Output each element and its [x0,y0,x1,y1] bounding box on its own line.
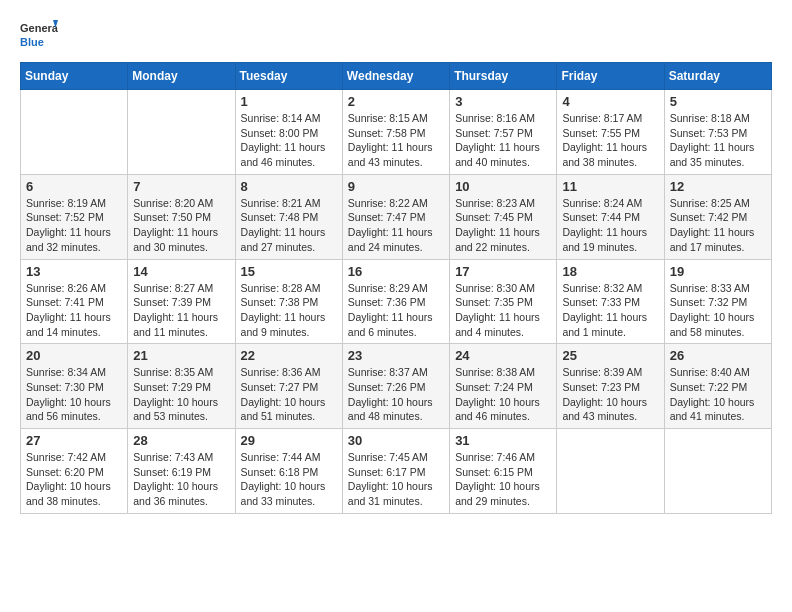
day-header-saturday: Saturday [664,63,771,90]
day-number: 26 [670,348,766,363]
day-number: 23 [348,348,444,363]
day-number: 22 [241,348,337,363]
day-info: Sunrise: 8:18 AM Sunset: 7:53 PM Dayligh… [670,111,766,170]
calendar-cell: 10Sunrise: 8:23 AM Sunset: 7:45 PM Dayli… [450,174,557,259]
calendar-week-4: 20Sunrise: 8:34 AM Sunset: 7:30 PM Dayli… [21,344,772,429]
calendar-week-3: 13Sunrise: 8:26 AM Sunset: 7:41 PM Dayli… [21,259,772,344]
day-number: 11 [562,179,658,194]
calendar-cell [664,429,771,514]
day-number: 17 [455,264,551,279]
day-number: 21 [133,348,229,363]
calendar-cell: 22Sunrise: 8:36 AM Sunset: 7:27 PM Dayli… [235,344,342,429]
calendar-cell: 7Sunrise: 8:20 AM Sunset: 7:50 PM Daylig… [128,174,235,259]
day-header-wednesday: Wednesday [342,63,449,90]
svg-text:Blue: Blue [20,36,44,48]
day-info: Sunrise: 8:25 AM Sunset: 7:42 PM Dayligh… [670,196,766,255]
calendar-cell: 27Sunrise: 7:42 AM Sunset: 6:20 PM Dayli… [21,429,128,514]
svg-text:General: General [20,22,58,34]
day-info: Sunrise: 8:32 AM Sunset: 7:33 PM Dayligh… [562,281,658,340]
logo-icon: General Blue [20,16,58,54]
calendar-cell: 26Sunrise: 8:40 AM Sunset: 7:22 PM Dayli… [664,344,771,429]
calendar-cell: 14Sunrise: 8:27 AM Sunset: 7:39 PM Dayli… [128,259,235,344]
calendar-cell: 20Sunrise: 8:34 AM Sunset: 7:30 PM Dayli… [21,344,128,429]
day-number: 13 [26,264,122,279]
day-info: Sunrise: 8:21 AM Sunset: 7:48 PM Dayligh… [241,196,337,255]
calendar-table: SundayMondayTuesdayWednesdayThursdayFrid… [20,62,772,514]
day-number: 31 [455,433,551,448]
day-info: Sunrise: 7:43 AM Sunset: 6:19 PM Dayligh… [133,450,229,509]
day-info: Sunrise: 8:33 AM Sunset: 7:32 PM Dayligh… [670,281,766,340]
calendar-cell: 17Sunrise: 8:30 AM Sunset: 7:35 PM Dayli… [450,259,557,344]
day-number: 29 [241,433,337,448]
day-info: Sunrise: 8:17 AM Sunset: 7:55 PM Dayligh… [562,111,658,170]
day-info: Sunrise: 8:30 AM Sunset: 7:35 PM Dayligh… [455,281,551,340]
page-header: General Blue [20,16,772,54]
day-info: Sunrise: 8:28 AM Sunset: 7:38 PM Dayligh… [241,281,337,340]
day-number: 7 [133,179,229,194]
day-number: 9 [348,179,444,194]
day-info: Sunrise: 8:14 AM Sunset: 8:00 PM Dayligh… [241,111,337,170]
calendar-header: SundayMondayTuesdayWednesdayThursdayFrid… [21,63,772,90]
day-number: 25 [562,348,658,363]
day-info: Sunrise: 8:40 AM Sunset: 7:22 PM Dayligh… [670,365,766,424]
calendar-cell: 28Sunrise: 7:43 AM Sunset: 6:19 PM Dayli… [128,429,235,514]
day-number: 1 [241,94,337,109]
day-number: 5 [670,94,766,109]
day-header-thursday: Thursday [450,63,557,90]
calendar-cell: 6Sunrise: 8:19 AM Sunset: 7:52 PM Daylig… [21,174,128,259]
day-number: 24 [455,348,551,363]
calendar-cell: 30Sunrise: 7:45 AM Sunset: 6:17 PM Dayli… [342,429,449,514]
day-number: 2 [348,94,444,109]
calendar-cell [128,90,235,175]
day-number: 4 [562,94,658,109]
calendar-cell: 25Sunrise: 8:39 AM Sunset: 7:23 PM Dayli… [557,344,664,429]
day-info: Sunrise: 8:35 AM Sunset: 7:29 PM Dayligh… [133,365,229,424]
calendar-cell [21,90,128,175]
day-info: Sunrise: 8:36 AM Sunset: 7:27 PM Dayligh… [241,365,337,424]
day-number: 3 [455,94,551,109]
day-header-sunday: Sunday [21,63,128,90]
day-info: Sunrise: 8:20 AM Sunset: 7:50 PM Dayligh… [133,196,229,255]
day-header-friday: Friday [557,63,664,90]
calendar-cell: 5Sunrise: 8:18 AM Sunset: 7:53 PM Daylig… [664,90,771,175]
calendar-cell: 16Sunrise: 8:29 AM Sunset: 7:36 PM Dayli… [342,259,449,344]
day-number: 19 [670,264,766,279]
day-info: Sunrise: 8:34 AM Sunset: 7:30 PM Dayligh… [26,365,122,424]
day-number: 18 [562,264,658,279]
day-info: Sunrise: 7:42 AM Sunset: 6:20 PM Dayligh… [26,450,122,509]
calendar-cell: 2Sunrise: 8:15 AM Sunset: 7:58 PM Daylig… [342,90,449,175]
day-info: Sunrise: 8:15 AM Sunset: 7:58 PM Dayligh… [348,111,444,170]
calendar-cell: 23Sunrise: 8:37 AM Sunset: 7:26 PM Dayli… [342,344,449,429]
day-number: 30 [348,433,444,448]
calendar-cell [557,429,664,514]
day-info: Sunrise: 8:19 AM Sunset: 7:52 PM Dayligh… [26,196,122,255]
day-number: 8 [241,179,337,194]
calendar-cell: 3Sunrise: 8:16 AM Sunset: 7:57 PM Daylig… [450,90,557,175]
day-info: Sunrise: 8:22 AM Sunset: 7:47 PM Dayligh… [348,196,444,255]
day-info: Sunrise: 8:26 AM Sunset: 7:41 PM Dayligh… [26,281,122,340]
day-info: Sunrise: 8:23 AM Sunset: 7:45 PM Dayligh… [455,196,551,255]
day-number: 28 [133,433,229,448]
calendar-cell: 13Sunrise: 8:26 AM Sunset: 7:41 PM Dayli… [21,259,128,344]
day-info: Sunrise: 8:24 AM Sunset: 7:44 PM Dayligh… [562,196,658,255]
day-number: 15 [241,264,337,279]
day-info: Sunrise: 8:37 AM Sunset: 7:26 PM Dayligh… [348,365,444,424]
day-number: 20 [26,348,122,363]
calendar-week-2: 6Sunrise: 8:19 AM Sunset: 7:52 PM Daylig… [21,174,772,259]
day-number: 10 [455,179,551,194]
day-info: Sunrise: 8:38 AM Sunset: 7:24 PM Dayligh… [455,365,551,424]
calendar-cell: 12Sunrise: 8:25 AM Sunset: 7:42 PM Dayli… [664,174,771,259]
day-info: Sunrise: 8:29 AM Sunset: 7:36 PM Dayligh… [348,281,444,340]
day-number: 12 [670,179,766,194]
calendar-cell: 31Sunrise: 7:46 AM Sunset: 6:15 PM Dayli… [450,429,557,514]
calendar-cell: 24Sunrise: 8:38 AM Sunset: 7:24 PM Dayli… [450,344,557,429]
day-info: Sunrise: 8:39 AM Sunset: 7:23 PM Dayligh… [562,365,658,424]
calendar-cell: 29Sunrise: 7:44 AM Sunset: 6:18 PM Dayli… [235,429,342,514]
day-header-tuesday: Tuesday [235,63,342,90]
day-info: Sunrise: 8:27 AM Sunset: 7:39 PM Dayligh… [133,281,229,340]
calendar-cell: 8Sunrise: 8:21 AM Sunset: 7:48 PM Daylig… [235,174,342,259]
day-number: 27 [26,433,122,448]
calendar-cell: 21Sunrise: 8:35 AM Sunset: 7:29 PM Dayli… [128,344,235,429]
calendar-week-1: 1Sunrise: 8:14 AM Sunset: 8:00 PM Daylig… [21,90,772,175]
day-number: 16 [348,264,444,279]
